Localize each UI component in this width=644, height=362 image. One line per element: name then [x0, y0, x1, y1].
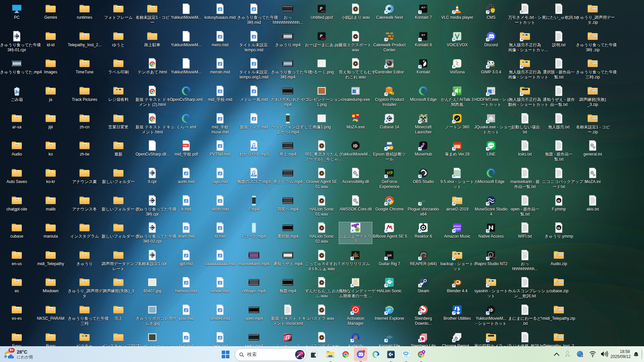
- svg-text:z: z: [635, 353, 636, 355]
- svg-text:z: z: [637, 353, 637, 355]
